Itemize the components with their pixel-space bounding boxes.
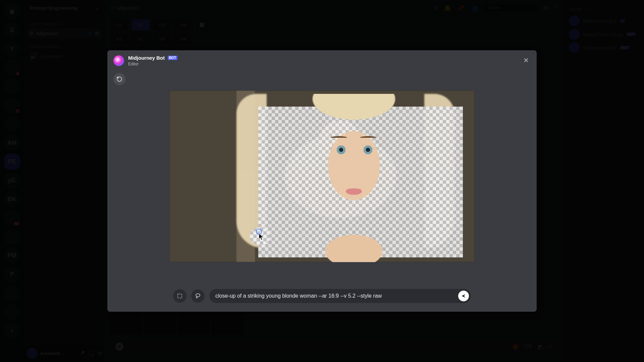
bot-avatar bbox=[113, 55, 124, 66]
canvas-area bbox=[107, 71, 537, 282]
editor-modal: Midjourney Bot BOT Editor ✕ bbox=[107, 50, 537, 312]
editor-canvas[interactable] bbox=[169, 90, 475, 262]
svg-rect-0 bbox=[178, 294, 182, 298]
select-region-button[interactable] bbox=[173, 289, 186, 303]
bot-badge: BOT bbox=[168, 56, 177, 60]
prompt-text: close-up of a striking young blonde woma… bbox=[215, 293, 382, 299]
prompt-input[interactable]: close-up of a striking young blonde woma… bbox=[209, 289, 471, 303]
submit-button[interactable] bbox=[458, 291, 469, 301]
close-button[interactable]: ✕ bbox=[521, 56, 531, 65]
modal-overlay[interactable]: Midjourney Bot BOT Editor ✕ bbox=[0, 0, 644, 362]
modal-subtitle: Editor bbox=[128, 62, 177, 66]
brush-indicator bbox=[256, 229, 262, 235]
bot-name: Midjourney Bot bbox=[128, 55, 165, 61]
lasso-button[interactable] bbox=[191, 289, 205, 303]
svg-point-1 bbox=[196, 294, 200, 297]
undo-button[interactable] bbox=[113, 73, 125, 85]
image-layer bbox=[304, 94, 404, 262]
modal-footer: close-up of a striking young blonde woma… bbox=[107, 282, 537, 312]
modal-header: Midjourney Bot BOT Editor bbox=[107, 50, 537, 71]
